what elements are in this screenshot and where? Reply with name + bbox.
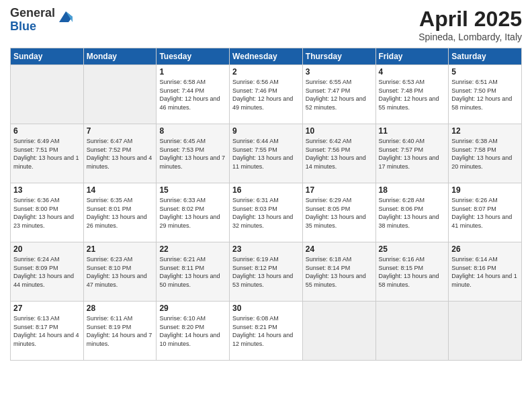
day-info: Sunrise: 6:53 AMSunset: 7:48 PMDaylight:… [379, 78, 446, 111]
calendar-cell: 8Sunrise: 6:45 AMSunset: 7:53 PMDaylight… [157, 124, 230, 183]
calendar-week-row: 27Sunrise: 6:13 AMSunset: 8:17 PMDayligh… [11, 302, 522, 361]
month-title: April 2025 [418, 7, 522, 32]
day-number: 13 [13, 185, 81, 195]
day-number: 25 [379, 244, 446, 254]
calendar-cell: 14Sunrise: 6:35 AMSunset: 8:01 PMDayligh… [83, 183, 157, 242]
day-number: 21 [87, 244, 154, 254]
day-number: 14 [87, 185, 154, 195]
calendar-cell [83, 65, 157, 124]
day-number: 18 [379, 185, 446, 195]
day-number: 5 [451, 67, 519, 77]
calendar-cell: 18Sunrise: 6:28 AMSunset: 8:06 PMDayligh… [375, 183, 449, 242]
calendar-cell: 13Sunrise: 6:36 AMSunset: 8:00 PMDayligh… [11, 183, 84, 242]
calendar-week-row: 13Sunrise: 6:36 AMSunset: 8:00 PMDayligh… [11, 183, 522, 242]
calendar-cell: 11Sunrise: 6:40 AMSunset: 7:57 PMDayligh… [375, 124, 449, 183]
day-number: 11 [379, 126, 446, 136]
calendar-cell: 10Sunrise: 6:42 AMSunset: 7:56 PMDayligh… [302, 124, 375, 183]
day-number: 26 [451, 244, 519, 254]
weekday-header: Saturday [449, 48, 522, 65]
day-info: Sunrise: 6:35 AMSunset: 8:01 PMDaylight:… [87, 196, 154, 230]
day-info: Sunrise: 6:19 AMSunset: 8:12 PMDaylight:… [232, 255, 300, 289]
day-info: Sunrise: 6:08 AMSunset: 8:21 PMDaylight:… [232, 314, 300, 348]
day-info: Sunrise: 6:36 AMSunset: 8:00 PMDaylight:… [13, 196, 81, 230]
day-info: Sunrise: 6:40 AMSunset: 7:57 PMDaylight:… [379, 137, 446, 171]
location-subtitle: Spineda, Lombardy, Italy [418, 32, 522, 42]
day-number: 1 [159, 67, 226, 77]
day-number: 2 [232, 67, 300, 77]
calendar-table: SundayMondayTuesdayWednesdayThursdayFrid… [10, 48, 522, 361]
calendar-cell: 3Sunrise: 6:55 AMSunset: 7:47 PMDaylight… [302, 65, 375, 124]
day-number: 3 [306, 67, 373, 77]
day-number: 16 [232, 185, 300, 195]
day-number: 12 [451, 126, 519, 136]
day-info: Sunrise: 6:23 AMSunset: 8:10 PMDaylight:… [87, 255, 154, 289]
logo: General Blue [10, 7, 75, 34]
calendar-cell: 24Sunrise: 6:18 AMSunset: 8:14 PMDayligh… [302, 242, 375, 302]
day-number: 27 [13, 304, 81, 313]
day-number: 29 [159, 304, 226, 313]
weekday-header: Friday [375, 48, 449, 65]
day-info: Sunrise: 6:16 AMSunset: 8:15 PMDaylight:… [379, 255, 446, 289]
day-info: Sunrise: 6:26 AMSunset: 8:07 PMDaylight:… [451, 196, 519, 230]
day-info: Sunrise: 6:18 AMSunset: 8:14 PMDaylight:… [306, 255, 373, 289]
day-number: 20 [13, 244, 81, 254]
logo-general: General [10, 7, 55, 20]
weekday-header: Tuesday [157, 48, 230, 65]
day-info: Sunrise: 6:49 AMSunset: 7:51 PMDaylight:… [13, 137, 81, 171]
calendar-cell: 26Sunrise: 6:14 AMSunset: 8:16 PMDayligh… [449, 242, 522, 302]
calendar-cell: 19Sunrise: 6:26 AMSunset: 8:07 PMDayligh… [449, 183, 522, 242]
weekday-header: Sunday [11, 48, 84, 65]
day-info: Sunrise: 6:10 AMSunset: 8:20 PMDaylight:… [159, 314, 226, 348]
day-info: Sunrise: 6:33 AMSunset: 8:02 PMDaylight:… [159, 196, 226, 230]
day-number: 17 [306, 185, 373, 195]
day-info: Sunrise: 6:58 AMSunset: 7:44 PMDaylight:… [159, 78, 226, 111]
day-number: 4 [379, 67, 446, 77]
calendar-cell: 5Sunrise: 6:51 AMSunset: 7:50 PMDaylight… [449, 65, 522, 124]
calendar-cell: 27Sunrise: 6:13 AMSunset: 8:17 PMDayligh… [11, 302, 84, 361]
calendar-cell: 20Sunrise: 6:24 AMSunset: 8:09 PMDayligh… [11, 242, 84, 302]
calendar-cell: 28Sunrise: 6:11 AMSunset: 8:19 PMDayligh… [83, 302, 157, 361]
calendar-cell: 15Sunrise: 6:33 AMSunset: 8:02 PMDayligh… [157, 183, 230, 242]
day-info: Sunrise: 6:42 AMSunset: 7:56 PMDaylight:… [306, 137, 373, 171]
day-info: Sunrise: 6:38 AMSunset: 7:58 PMDaylight:… [451, 137, 519, 171]
weekday-header-row: SundayMondayTuesdayWednesdayThursdayFrid… [11, 48, 522, 65]
day-info: Sunrise: 6:56 AMSunset: 7:46 PMDaylight:… [232, 78, 300, 111]
calendar-cell: 23Sunrise: 6:19 AMSunset: 8:12 PMDayligh… [230, 242, 303, 302]
day-info: Sunrise: 6:31 AMSunset: 8:03 PMDaylight:… [232, 196, 300, 230]
day-number: 8 [159, 126, 226, 136]
day-number: 6 [13, 126, 81, 136]
page: General Blue April 2025 Spineda, Lombard… [0, 0, 532, 411]
calendar-cell: 9Sunrise: 6:44 AMSunset: 7:55 PMDaylight… [230, 124, 303, 183]
day-number: 19 [451, 185, 519, 195]
day-number: 22 [159, 244, 226, 254]
day-number: 24 [306, 244, 373, 254]
title-block: April 2025 Spineda, Lombardy, Italy [418, 7, 522, 42]
weekday-header: Monday [83, 48, 157, 65]
calendar-week-row: 1Sunrise: 6:58 AMSunset: 7:44 PMDaylight… [11, 65, 522, 124]
day-info: Sunrise: 6:51 AMSunset: 7:50 PMDaylight:… [451, 78, 519, 111]
calendar-cell: 6Sunrise: 6:49 AMSunset: 7:51 PMDaylight… [11, 124, 84, 183]
calendar-cell: 29Sunrise: 6:10 AMSunset: 8:20 PMDayligh… [157, 302, 230, 361]
day-number: 7 [87, 126, 154, 136]
calendar-cell: 12Sunrise: 6:38 AMSunset: 7:58 PMDayligh… [449, 124, 522, 183]
day-info: Sunrise: 6:21 AMSunset: 8:11 PMDaylight:… [159, 255, 226, 289]
calendar-cell: 7Sunrise: 6:47 AMSunset: 7:52 PMDaylight… [83, 124, 157, 183]
calendar-cell: 2Sunrise: 6:56 AMSunset: 7:46 PMDaylight… [230, 65, 303, 124]
day-number: 28 [87, 304, 154, 313]
calendar-cell [375, 302, 449, 361]
calendar-cell [11, 65, 84, 124]
day-number: 10 [306, 126, 373, 136]
day-info: Sunrise: 6:44 AMSunset: 7:55 PMDaylight:… [232, 137, 300, 171]
calendar-cell: 25Sunrise: 6:16 AMSunset: 8:15 PMDayligh… [375, 242, 449, 302]
calendar-cell: 4Sunrise: 6:53 AMSunset: 7:48 PMDaylight… [375, 65, 449, 124]
day-info: Sunrise: 6:13 AMSunset: 8:17 PMDaylight:… [13, 314, 81, 348]
header: General Blue April 2025 Spineda, Lombard… [10, 7, 522, 42]
day-info: Sunrise: 6:47 AMSunset: 7:52 PMDaylight:… [87, 137, 154, 171]
calendar-cell: 22Sunrise: 6:21 AMSunset: 8:11 PMDayligh… [157, 242, 230, 302]
calendar-cell: 21Sunrise: 6:23 AMSunset: 8:10 PMDayligh… [83, 242, 157, 302]
calendar-cell: 30Sunrise: 6:08 AMSunset: 8:21 PMDayligh… [230, 302, 303, 361]
day-number: 9 [232, 126, 300, 136]
day-number: 30 [232, 304, 300, 313]
day-number: 23 [232, 244, 300, 254]
calendar-week-row: 6Sunrise: 6:49 AMSunset: 7:51 PMDaylight… [11, 124, 522, 183]
